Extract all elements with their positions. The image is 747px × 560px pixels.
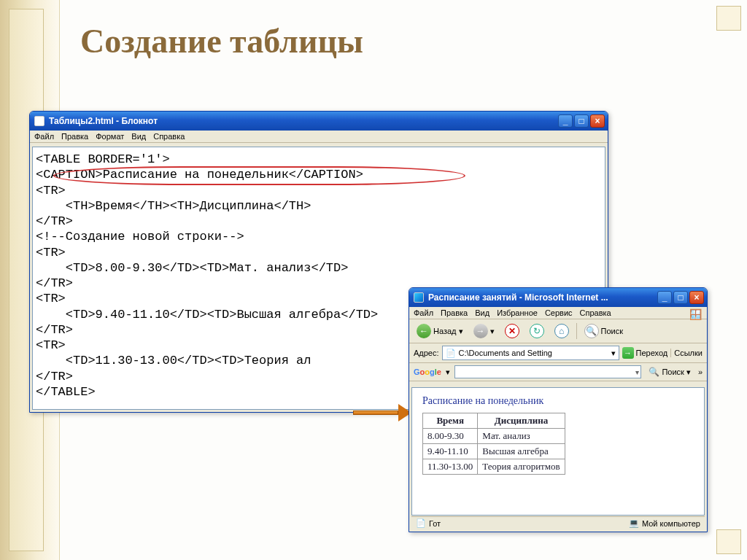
cell-discipline: Теория алгоритмов [478,459,565,475]
go-button[interactable]: → Переход [622,347,668,359]
address-value: C:\Documents and Setting [459,349,608,357]
cell-time: 8.00-9.30 [423,429,478,444]
header-discipline: Дисциплина [478,413,565,429]
table-row: 11.30-13.00 Теория алгоритмов [423,459,565,475]
nav-back-label: Назад [433,327,457,335]
menu-view[interactable]: Вид [475,308,489,317]
minimize-button[interactable]: _ [657,291,672,304]
chevron-down-icon: ▾ [490,327,495,336]
ie-titlebar[interactable]: Расписание занятий - Microsoft Internet … [409,288,707,307]
menu-help[interactable]: Справка [153,132,185,141]
back-arrow-icon: ← [417,324,431,338]
forward-arrow-icon: → [473,324,488,338]
minimize-button[interactable]: _ [558,114,573,128]
status-icon: 📄 [416,518,426,528]
menu-view[interactable]: Вид [131,132,146,141]
cell-discipline: Высшая алгебра [478,444,565,459]
address-label: Адрес: [414,349,439,357]
stop-icon: ✕ [505,324,519,338]
search-icon: 🔍 [584,324,599,338]
maximize-button[interactable]: □ [574,114,589,128]
table-row: 8.00-9.30 Мат. анализ [423,429,565,444]
google-search-input[interactable]: ▾ [454,365,641,378]
close-button[interactable]: × [689,291,704,304]
nav-forward-button[interactable]: → ▾ [471,322,498,340]
menu-tools[interactable]: Сервис [545,308,573,317]
ie-window: Расписание занятий - Microsoft Internet … [409,287,708,532]
nav-home-button[interactable]: ⌂ [551,322,572,340]
address-input[interactable]: 📄 C:\Documents and Setting ▾ [442,346,619,360]
slide-corner-top-right [716,6,741,31]
toolbar-separator [576,323,577,339]
nav-search-button[interactable]: 🔍 Поиск [581,322,626,340]
table-row: 9.40-11.10 Высшая алгебра [423,444,565,459]
ie-app-icon [414,292,424,303]
refresh-icon: ↻ [530,324,544,338]
menu-help[interactable]: Справка [580,308,611,317]
nav-back-button[interactable]: ← Назад ▾ [414,322,466,340]
ie-menubar: Файл Правка Вид Избранное Сервис Справка [409,307,707,319]
arrow-annotation [353,405,411,420]
chevron-down-icon[interactable]: ▾ [446,368,450,377]
chevron-down-icon[interactable]: ▾ [611,349,616,358]
chevron-down-icon[interactable]: ▾ [635,368,639,376]
menu-file[interactable]: Файл [34,132,54,141]
table-header-row: Время Дисциплина [423,413,565,429]
status-right: 💻 Мой компьютер [629,518,700,528]
cell-discipline: Мат. анализ [478,429,565,444]
page-icon: 📄 [446,349,456,358]
search-icon: 🔍 [649,367,659,377]
ie-status-bar: 📄 Гот 💻 Мой компьютер [411,516,705,529]
notepad-app-icon [34,116,44,126]
notepad-title-text: Таблицы2.html - Блокнот [49,116,554,126]
table-caption: Расписание на понедельник [422,395,694,407]
notepad-titlebar[interactable]: Таблицы2.html - Блокнот _ □ × [30,112,608,131]
toolbar-chevron-icon[interactable]: » [698,368,703,376]
windows-flag-icon: 🪟 [689,308,704,323]
status-text-right: Мой компьютер [642,519,700,528]
google-logo[interactable]: Google [414,368,441,376]
home-icon: ⌂ [554,324,569,338]
ie-page-content: Расписание на понедельник Время Дисципли… [411,387,705,516]
chevron-down-icon: ▾ [459,327,463,336]
menu-favorites[interactable]: Избранное [497,308,538,317]
schedule-table: Время Дисциплина 8.00-9.30 Мат. анализ 9… [422,413,565,475]
google-search-label: Поиск [662,368,684,376]
google-toolbar: Google ▾ ▾ 🔍 Поиск ▾ » [409,363,707,381]
ie-address-bar: Адрес: 📄 C:\Documents and Setting ▾ → Пе… [409,343,707,363]
nav-search-label: Поиск [601,327,623,335]
links-label[interactable]: Ссылки [670,349,703,357]
slide-title: Создание таблицы [80,22,363,61]
cell-time: 11.30-13.00 [423,459,478,475]
ie-title-text: Расписание занятий - Microsoft Internet … [428,292,653,303]
menu-format[interactable]: Формат [96,132,124,141]
nav-stop-button[interactable]: ✕ [502,322,522,340]
notepad-menubar: Файл Правка Формат Вид Справка [30,131,608,143]
menu-edit[interactable]: Правка [61,132,88,141]
status-left: 📄 Гот [416,518,441,528]
close-button[interactable]: × [590,114,605,128]
ie-window-buttons: _ □ × [657,291,704,304]
notepad-window-buttons: _ □ × [558,114,605,128]
cell-time: 9.40-11.10 [423,444,478,459]
arrow-shaft [353,411,398,415]
header-time: Время [423,413,478,429]
go-label: Переход [636,349,668,357]
go-arrow-icon: → [622,347,634,359]
maximize-button[interactable]: □ [673,291,688,304]
chevron-down-icon: ▾ [686,368,691,377]
menu-file[interactable]: Файл [414,308,433,317]
menu-edit[interactable]: Правка [441,308,468,317]
google-search-button[interactable]: 🔍 Поиск ▾ [646,365,693,378]
slide-corner-bottom-right [716,529,741,554]
ie-nav-toolbar: ← Назад ▾ → ▾ ✕ ↻ ⌂ 🔍 Поиск [409,319,707,343]
nav-refresh-button[interactable]: ↻ [527,322,547,340]
status-text-left: Гот [429,519,441,528]
computer-icon: 💻 [629,518,639,528]
